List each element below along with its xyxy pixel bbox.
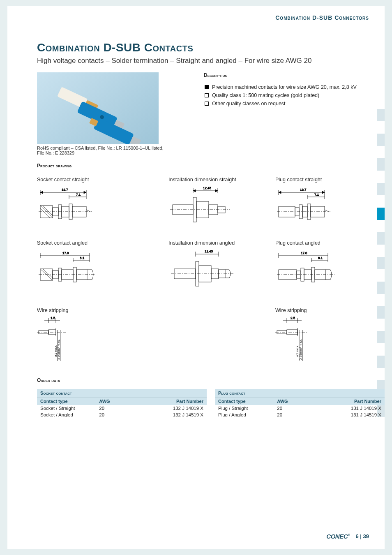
cell: 131 J 14019 X xyxy=(323,406,381,411)
drawing-socket-angled: Socket contact angled 17.8 6.1 xyxy=(37,240,168,298)
cell: Plug / Straight xyxy=(218,406,277,411)
photo-caption: RoHS compliant – CSA listed, File No.: L… xyxy=(37,146,164,155)
drawing-plug-straight: Plug contact straight 18.7 7.1 xyxy=(275,177,385,230)
page-number: 6 | 39 xyxy=(355,533,369,539)
page-footer: CONEC® 6 | 39 xyxy=(326,533,369,540)
drawings-grid: Socket contact straight 18.7 7.1 xyxy=(37,177,385,365)
plug-table: Plug contact Contact type AWG Part Numbe… xyxy=(215,389,385,418)
svg-line-20 xyxy=(40,208,50,218)
svg-marker-12 xyxy=(84,191,86,194)
description-item: Other quality classes on request xyxy=(204,99,385,108)
table-row: Socket / Angled 20 132 J 14519 X xyxy=(37,412,207,418)
table-header-row: Contact type AWG Part Number xyxy=(215,397,385,405)
svg-rect-94 xyxy=(279,270,297,280)
cell: 131 J 14519 X xyxy=(323,412,381,417)
cell: 132 J 14519 X xyxy=(145,412,203,417)
col-header: AWG xyxy=(99,399,144,404)
svg-text:2.5: 2.5 xyxy=(291,316,295,320)
svg-marker-32 xyxy=(193,190,196,192)
drawing-wire-stripping-left: Wire stripping 1.5 xyxy=(37,308,168,365)
cell: 20 xyxy=(277,412,322,417)
svg-text:0.79mm² max.: 0.79mm² max. xyxy=(299,339,302,360)
svg-text:0.79mm² max.: 0.79mm² max. xyxy=(57,339,61,360)
page-subtitle: High voltage contacts – Solder terminati… xyxy=(37,57,385,65)
page-title: Combination D-SUB Contacts xyxy=(37,41,385,54)
cell: 20 xyxy=(99,412,144,417)
cell: 132 J 14019 X xyxy=(145,406,203,411)
svg-marker-45 xyxy=(322,191,325,194)
svg-line-21 xyxy=(43,206,53,215)
drawing-label: Plug contact straight xyxy=(275,177,385,183)
drawing-label: Plug contact angled xyxy=(275,240,385,246)
drawing-label: Installation dimension straight xyxy=(168,177,275,183)
svg-text:6.1: 6.1 xyxy=(318,256,323,260)
brand-logo: CONEC® xyxy=(326,533,350,540)
svg-text:12.45: 12.45 xyxy=(203,186,212,190)
cell: 20 xyxy=(99,406,144,411)
drawing-label: Socket contact angled xyxy=(37,240,168,246)
description-item: Quality class 1: 500 mating cycles (gold… xyxy=(204,91,385,99)
col-header: Contact type xyxy=(40,399,99,404)
svg-line-69 xyxy=(43,269,53,278)
drawing-install-angled: Installation dimension angled 11.45 xyxy=(168,240,275,298)
table-row: Plug / Straight 20 131 J 14019 X xyxy=(215,405,385,412)
header-category: Combination D-SUB Connectors xyxy=(275,14,369,21)
drawing-plug-angled: Plug contact angled 17.8 6.1 xyxy=(275,240,385,298)
description-list: Precision machined contacts for wire siz… xyxy=(204,83,385,108)
page: Combination D-SUB Connectors Combination… xyxy=(7,6,385,549)
svg-text:17.8: 17.8 xyxy=(62,251,69,255)
svg-text:6.1: 6.1 xyxy=(80,256,85,260)
table-header-row: Contact type AWG Part Number xyxy=(37,397,207,405)
svg-text:7.1: 7.1 xyxy=(314,193,319,197)
product-drawing-section: Product drawing Socket contact straight … xyxy=(37,163,385,365)
cell: 20 xyxy=(277,406,322,411)
svg-marker-44 xyxy=(279,191,281,194)
col-header: Part Number xyxy=(323,399,381,404)
col-header: Part Number xyxy=(145,399,203,404)
cell: Socket / Angled xyxy=(40,412,99,417)
svg-text:7.1: 7.1 xyxy=(76,193,81,197)
svg-text:18.7: 18.7 xyxy=(62,188,68,192)
product-photo xyxy=(37,72,159,144)
svg-text:1.5: 1.5 xyxy=(51,316,55,320)
table-row: Plug / Angled 20 131 J 14519 X xyxy=(215,412,385,418)
drawing-socket-straight: Socket contact straight 18.7 7.1 xyxy=(37,177,168,230)
order-tables: Socket contact Contact type AWG Part Num… xyxy=(37,389,385,418)
socket-table: Socket contact Contact type AWG Part Num… xyxy=(37,389,207,418)
svg-text:18.7: 18.7 xyxy=(300,188,307,192)
cell: Plug / Angled xyxy=(218,412,277,417)
svg-marker-33 xyxy=(215,190,218,192)
order-data-section: Order data Socket contact Contact type A… xyxy=(37,377,385,418)
photo-block: RoHS compliant – CSA listed, File No.: L… xyxy=(37,72,164,155)
svg-text:17.8: 17.8 xyxy=(301,251,307,255)
drawing-install-straight: Installation dimension straight 12.45 xyxy=(168,177,275,230)
drawing-label: Socket contact straight xyxy=(37,177,168,183)
svg-text:11.45: 11.45 xyxy=(205,250,213,253)
drawing-label: Installation dimension angled xyxy=(168,240,275,246)
table-row: Socket / Straight 20 132 J 14019 X xyxy=(37,405,207,412)
intro-row: RoHS compliant – CSA listed, File No.: L… xyxy=(37,72,385,155)
drawing-wire-stripping-right: Wire stripping 2.5 xyxy=(275,308,385,365)
description-item: Precision machined contacts for wire siz… xyxy=(204,83,385,91)
description-block: Description Precision machined contacts … xyxy=(164,72,385,155)
order-data-heading: Order data xyxy=(37,377,385,383)
cell: Socket / Straight xyxy=(40,406,99,411)
svg-marker-11 xyxy=(40,191,43,194)
table-title: Socket contact xyxy=(37,389,207,397)
drawing-label: Wire stripping xyxy=(275,308,385,313)
table-title: Plug contact xyxy=(215,389,385,397)
description-heading: Description xyxy=(204,72,385,78)
svg-line-57 xyxy=(325,210,329,212)
product-drawing-heading: Product drawing xyxy=(37,163,385,169)
drawing-label: Wire stripping xyxy=(37,308,168,313)
col-header: AWG xyxy=(277,399,322,404)
content-area: Combination D-SUB Contacts High voltage … xyxy=(37,41,385,418)
col-header: Contact type xyxy=(218,399,277,404)
svg-line-27 xyxy=(86,210,90,212)
